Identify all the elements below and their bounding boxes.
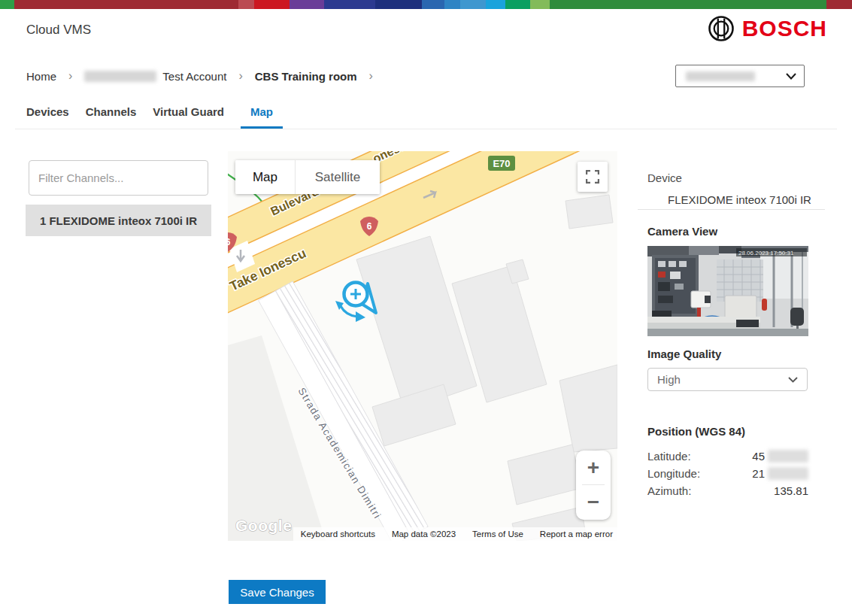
svg-text:E70: E70 xyxy=(493,158,510,169)
google-logo[interactable]: Google xyxy=(235,517,292,534)
chevron-right-icon: › xyxy=(62,69,78,83)
site-selector-dropdown[interactable] xyxy=(675,65,805,87)
azimuth-label: Azimuth: xyxy=(647,484,691,497)
tab-channels[interactable]: Channels xyxy=(86,104,137,128)
tab-map-label: Map xyxy=(250,105,273,118)
map-type-map-button[interactable]: Map xyxy=(235,160,296,194)
camera-view-label: Camera View xyxy=(647,225,717,238)
tab-bar: Devices Channels Virtual Guard Map xyxy=(15,104,837,129)
active-tab-indicator xyxy=(241,126,283,129)
camera-timestamp: 28.06.2023 17:50:31 xyxy=(738,250,794,256)
position-label: Position (WGS 84) xyxy=(647,425,745,438)
image-quality-dropdown[interactable]: High xyxy=(647,368,808,391)
position-rows: Latitude: 45 Longitude: 21 Azimuth: 135.… xyxy=(647,448,808,499)
map-canvas[interactable]: Bulevard onesc Take Ionescu Strada Acade… xyxy=(228,151,617,541)
bosch-wordmark: BOSCH xyxy=(742,16,827,41)
longitude-label: Longitude: xyxy=(647,467,700,480)
channel-list-item[interactable]: 1 FLEXIDOME inteox 7100i IR xyxy=(26,205,211,236)
device-label: Device xyxy=(647,171,682,184)
tab-devices[interactable]: Devices xyxy=(26,104,69,128)
chevron-down-icon xyxy=(786,73,796,80)
camera-view-thumbnail: 28.06.2023 17:50:31 xyxy=(647,246,808,336)
latitude-label: Latitude: xyxy=(647,450,691,463)
chevron-right-icon: › xyxy=(232,69,248,83)
bosch-supergraphic-strip xyxy=(0,0,852,9)
breadcrumb-room[interactable]: CBS Training room xyxy=(255,70,357,83)
save-changes-button[interactable]: Save Changes xyxy=(229,580,326,604)
report-map-error-link[interactable]: Report a map error xyxy=(540,530,613,539)
map-type-control: Map Satellite xyxy=(235,160,380,194)
latitude-value: 45 xyxy=(752,450,765,463)
redacted-longitude xyxy=(768,467,808,480)
redacted-selected-site xyxy=(686,71,755,81)
svg-text:6: 6 xyxy=(367,221,372,232)
route-badge-e70: E70 xyxy=(488,156,515,171)
breadcrumb: Home › Test Account › CBS Training room … xyxy=(26,69,379,83)
fullscreen-button[interactable] xyxy=(578,162,608,192)
breadcrumb-account[interactable]: Test Account xyxy=(162,70,226,83)
image-quality-label: Image Quality xyxy=(647,347,721,360)
app-title: Cloud VMS xyxy=(26,23,91,38)
map-attribution-bar: Keyboard shortcuts Map data ©2023 Terms … xyxy=(293,527,617,541)
panel-divider xyxy=(638,209,825,210)
cloud-vms-page: Cloud VMS BOSCH Home › Test Account › CB… xyxy=(0,0,852,616)
camera-snapshot: 28.06.2023 17:50:31 xyxy=(647,246,808,336)
fullscreen-icon xyxy=(586,170,599,184)
longitude-row: Longitude: 21 xyxy=(647,465,808,482)
latitude-row: Latitude: 45 xyxy=(647,448,808,465)
chevron-right-icon: › xyxy=(363,69,379,83)
keyboard-shortcuts-link[interactable]: Keyboard shortcuts xyxy=(301,530,375,539)
map-data-label: Map data ©2023 xyxy=(392,530,456,539)
terms-of-use-link[interactable]: Terms of Use xyxy=(472,530,523,539)
map-zoom-control: + − xyxy=(576,451,611,520)
redacted-latitude xyxy=(768,450,808,463)
filter-channels-input[interactable] xyxy=(29,160,208,196)
svg-text:6: 6 xyxy=(228,237,231,247)
longitude-value: 21 xyxy=(752,467,765,480)
tab-map[interactable]: Map xyxy=(241,104,283,128)
redacted-account-id xyxy=(84,71,156,82)
map-graphics: Bulevard onesc Take Ionescu Strada Acade… xyxy=(228,151,617,541)
breadcrumb-home[interactable]: Home xyxy=(26,70,56,83)
device-name: FLEXIDOME inteox 7100i IR xyxy=(668,193,811,206)
bosch-logo: BOSCH xyxy=(708,15,827,42)
tab-virtual-guard[interactable]: Virtual Guard xyxy=(153,104,224,128)
chevron-down-icon xyxy=(788,377,798,383)
azimuth-value: 135.81 xyxy=(774,484,808,497)
map-type-satellite-button[interactable]: Satellite xyxy=(296,160,380,194)
bosch-symbol-icon xyxy=(708,15,735,42)
azimuth-row: Azimuth: 135.81 xyxy=(647,482,808,499)
zoom-in-button[interactable]: + xyxy=(576,451,611,484)
zoom-out-button[interactable]: − xyxy=(576,485,611,519)
image-quality-value: High xyxy=(657,373,681,386)
